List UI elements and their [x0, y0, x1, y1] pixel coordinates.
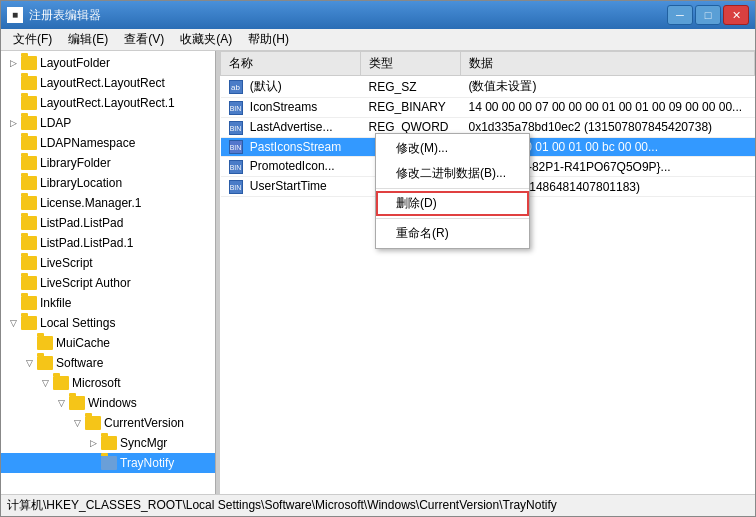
- tree-item-syncmgr[interactable]: ▷ SyncMgr: [1, 433, 215, 453]
- registry-values-panel: 名称 类型 数据 ab (默认) REG_SZ (数值未设置): [220, 51, 755, 494]
- main-area: ▷ LayoutFolder LayoutRect.LayoutRect Lay…: [1, 51, 755, 494]
- tree-item-libraryfolder[interactable]: LibraryFolder: [1, 153, 215, 173]
- cell-name: BIN LastAdvertise...: [221, 117, 361, 137]
- tree-item-currentversion[interactable]: ▽ CurrentVersion: [1, 413, 215, 433]
- tree-item-ldap[interactable]: ▷ LDAP: [1, 113, 215, 133]
- registry-editor-window: ■ 注册表编辑器 ─ □ ✕ 文件(F) 编辑(E) 查看(V) 收藏夹(A) …: [0, 0, 756, 517]
- toggle-spacer: [5, 75, 21, 91]
- toggle-spacer: [5, 215, 21, 231]
- cell-name: BIN PromotedIcon...: [221, 157, 361, 177]
- table-row[interactable]: ab (默认) REG_SZ (数值未设置): [221, 76, 755, 98]
- cell-type: REG_SZ: [361, 76, 461, 98]
- tree-item-windows[interactable]: ▽ Windows: [1, 393, 215, 413]
- ctx-modify-binary[interactable]: 修改二进制数据(B)...: [376, 161, 529, 186]
- toggle-spacer: [5, 95, 21, 111]
- folder-icon: [21, 196, 37, 210]
- reg-value-icon: BIN: [229, 140, 243, 154]
- col-name: 名称: [221, 52, 361, 76]
- folder-icon: [21, 216, 37, 230]
- menu-file[interactable]: 文件(F): [5, 29, 60, 50]
- context-menu: 修改(M)... 修改二进制数据(B)... 删除(D) 重命名(R): [375, 133, 530, 249]
- tree-item-muicache[interactable]: MuiCache: [1, 333, 215, 353]
- tree-label: TrayNotify: [120, 456, 174, 470]
- tree-item-traynotify[interactable]: TrayNotify: [1, 453, 215, 473]
- tree-label: Microsoft: [72, 376, 121, 390]
- reg-value-icon: BIN: [229, 101, 243, 115]
- toggle-icon: ▽: [5, 315, 21, 331]
- folder-icon: [101, 456, 117, 470]
- toggle-spacer: [5, 155, 21, 171]
- tree-label: Software: [56, 356, 103, 370]
- toggle-spacer: [85, 455, 101, 471]
- folder-icon: [37, 356, 53, 370]
- tree-item-librarylocation[interactable]: LibraryLocation: [1, 173, 215, 193]
- tree-label: LDAP: [40, 116, 71, 130]
- tree-item-inkfile[interactable]: Inkfile: [1, 293, 215, 313]
- tree-label: SyncMgr: [120, 436, 167, 450]
- tree-label: Inkfile: [40, 296, 71, 310]
- close-button[interactable]: ✕: [723, 5, 749, 25]
- tree-label: Windows: [88, 396, 137, 410]
- folder-icon: [21, 156, 37, 170]
- folder-icon: [21, 96, 37, 110]
- folder-icon: [69, 396, 85, 410]
- folder-icon: [21, 276, 37, 290]
- tree-item-localsettings[interactable]: ▽ Local Settings: [1, 313, 215, 333]
- tree-item-layoutrect1[interactable]: LayoutRect.LayoutRect.1: [1, 93, 215, 113]
- toggle-spacer: [5, 235, 21, 251]
- ctx-rename[interactable]: 重命名(R): [376, 221, 529, 246]
- minimize-button[interactable]: ─: [667, 5, 693, 25]
- folder-icon: [21, 256, 37, 270]
- status-path: 计算机\HKEY_CLASSES_ROOT\Local Settings\Sof…: [7, 497, 557, 514]
- folder-icon: [21, 76, 37, 90]
- tree-label: CurrentVersion: [104, 416, 184, 430]
- tree-item-licensemanager[interactable]: License.Manager.1: [1, 193, 215, 213]
- tree-label: LiveScript Author: [40, 276, 131, 290]
- menu-edit[interactable]: 编辑(E): [60, 29, 116, 50]
- table-row[interactable]: BIN IconStreams REG_BINARY 14 00 00 00 0…: [221, 98, 755, 118]
- tree-item-listpad[interactable]: ListPad.ListPad: [1, 213, 215, 233]
- cell-type: REG_BINARY: [361, 98, 461, 118]
- cell-name: BIN UserStartTime: [221, 177, 361, 197]
- cell-data: 14 00 00 00 07 00 00 00 01 00 01 00 09 0…: [461, 98, 755, 118]
- tree-item-layoutrect[interactable]: LayoutRect.LayoutRect: [1, 73, 215, 93]
- folder-icon: [37, 336, 53, 350]
- toggle-icon: ▷: [5, 115, 21, 131]
- folder-icon: [21, 176, 37, 190]
- menu-help[interactable]: 帮助(H): [240, 29, 297, 50]
- col-type: 类型: [361, 52, 461, 76]
- menu-bar: 文件(F) 编辑(E) 查看(V) 收藏夹(A) 帮助(H): [1, 29, 755, 51]
- tree-item-microsoft[interactable]: ▽ Microsoft: [1, 373, 215, 393]
- tree-label: LayoutFolder: [40, 56, 110, 70]
- reg-value-icon: BIN: [229, 121, 243, 135]
- toggle-spacer: [5, 255, 21, 271]
- cell-data: (数值未设置): [461, 76, 755, 98]
- tree-item-software[interactable]: ▽ Software: [1, 353, 215, 373]
- menu-favorites[interactable]: 收藏夹(A): [172, 29, 240, 50]
- tree-item-layoutfolder[interactable]: ▷ LayoutFolder: [1, 53, 215, 73]
- toggle-icon: ▽: [53, 395, 69, 411]
- tree-label: MuiCache: [56, 336, 110, 350]
- tree-label: LibraryFolder: [40, 156, 111, 170]
- ctx-separator-2: [376, 218, 529, 219]
- ctx-delete[interactable]: 删除(D): [376, 191, 529, 216]
- toggle-spacer: [5, 135, 21, 151]
- reg-value-icon: ab: [229, 80, 243, 94]
- menu-view[interactable]: 查看(V): [116, 29, 172, 50]
- folder-icon: [21, 136, 37, 150]
- cell-name: BIN PastIconsStream: [221, 137, 361, 157]
- maximize-button[interactable]: □: [695, 5, 721, 25]
- tree-item-livescriptauthor[interactable]: LiveScript Author: [1, 273, 215, 293]
- tree-label: License.Manager.1: [40, 196, 141, 210]
- tree-label: LiveScript: [40, 256, 93, 270]
- tree-item-livescript[interactable]: LiveScript: [1, 253, 215, 273]
- tree-label: LDAPNamespace: [40, 136, 135, 150]
- app-icon: ■: [7, 7, 23, 23]
- tree-item-listpad1[interactable]: ListPad.ListPad.1: [1, 233, 215, 253]
- tree-item-ldapnamespace[interactable]: LDAPNamespace: [1, 133, 215, 153]
- toggle-spacer: [5, 275, 21, 291]
- registry-tree[interactable]: ▷ LayoutFolder LayoutRect.LayoutRect Lay…: [1, 51, 216, 494]
- toggle-icon: ▷: [5, 55, 21, 71]
- ctx-modify[interactable]: 修改(M)...: [376, 136, 529, 161]
- cell-name: BIN IconStreams: [221, 98, 361, 118]
